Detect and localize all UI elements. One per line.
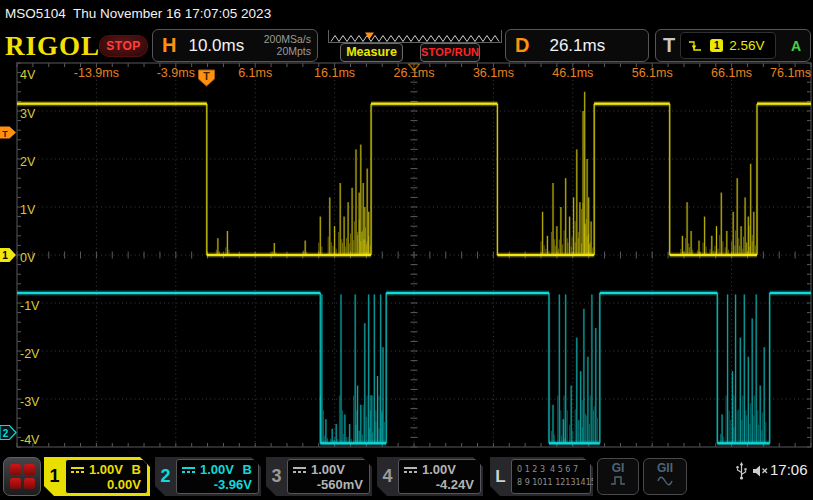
channel-2-bandwidth: B	[243, 462, 252, 477]
digital-channels-row1: 0 1 2 3 4 5 6 7	[517, 463, 590, 476]
channel-4-status[interactable]: 4 1.00V -4.24V	[377, 457, 483, 496]
generator-2-label: GII	[657, 461, 673, 475]
channel-1-status[interactable]: 1 1.00V B 0.00V	[44, 457, 150, 496]
menu-button[interactable]	[3, 457, 41, 496]
channel-4-offset: -4.24V	[404, 477, 474, 492]
dc-coupling-icon	[404, 467, 417, 473]
digital-channels-row2: 8 9 1011 12131415	[517, 476, 590, 489]
dc-coupling-icon	[293, 467, 306, 473]
channel-1-bandwidth: B	[132, 462, 141, 477]
generator-1-label: GI	[612, 461, 625, 475]
dc-coupling-icon	[182, 467, 195, 473]
dc-coupling-icon	[71, 467, 84, 473]
generator-2-button[interactable]: GII	[643, 458, 687, 495]
clock: 17:06	[770, 461, 808, 478]
channel1-position-marker[interactable]: 1	[0, 248, 16, 262]
channel-2-scale: 1.00V	[200, 462, 234, 477]
svg-text:T: T	[2, 129, 8, 139]
ch1-trace	[17, 92, 811, 255]
channel-3-status[interactable]: 3 1.00V -560mV	[266, 457, 372, 496]
waveform-traces	[17, 92, 811, 443]
svg-text:T: T	[203, 70, 210, 82]
menu-grid-icon	[10, 464, 35, 489]
trigger-level-marker[interactable]: T	[0, 127, 16, 139]
channel-2-offset: -3.96V	[182, 477, 252, 492]
channel-3-offset: -560mV	[293, 477, 363, 492]
sine-wave-icon	[657, 475, 673, 486]
generator-1-button[interactable]: GI	[597, 458, 639, 495]
channel-1-offset: 0.00V	[71, 477, 141, 492]
channel2-position-marker[interactable]: 2	[0, 426, 16, 440]
channel-1-scale: 1.00V	[89, 462, 123, 477]
usb-icon	[735, 462, 748, 480]
svg-text:2: 2	[3, 428, 9, 439]
square-wave-icon	[610, 475, 626, 486]
channel-4-scale: 1.00V	[422, 462, 456, 477]
trigger-position-flag[interactable]: T	[199, 70, 215, 86]
channel-3-scale: 1.00V	[311, 462, 345, 477]
logic-analyzer-status[interactable]: L 0 1 2 3 4 5 6 7 8 9 1011 12131415	[490, 457, 593, 496]
channel-2-status[interactable]: 2 1.00V B -3.96V	[155, 457, 261, 496]
speaker-muted-icon	[752, 465, 769, 477]
graticule-display: T T 1 2	[0, 0, 813, 500]
svg-text:1: 1	[2, 250, 8, 261]
oscilloscope-screen: MSO5104 Thu November 16 17:07:05 2023 RI…	[0, 0, 813, 500]
